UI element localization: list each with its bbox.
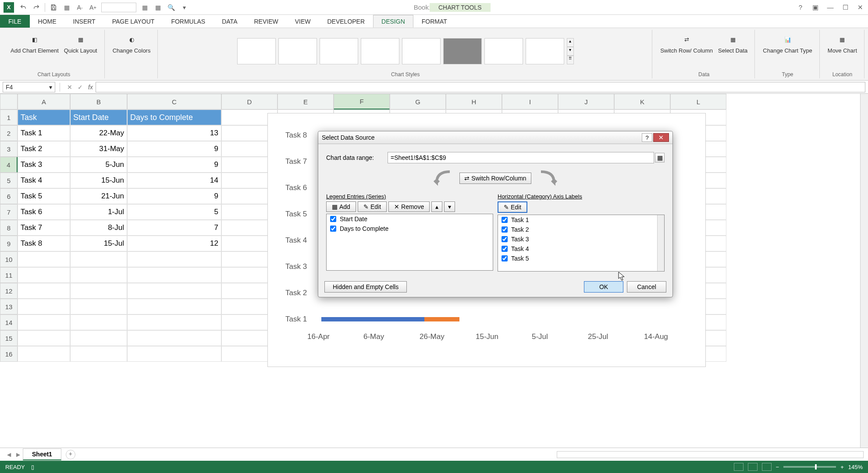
cell[interactable]: 31-May (70, 141, 127, 157)
font-dec-button[interactable]: A- (75, 3, 85, 12)
chart-style-6[interactable] (443, 38, 482, 64)
cell[interactable]: 15-Jul (70, 236, 127, 251)
move-series-down-button[interactable]: ▾ (444, 201, 455, 212)
name-box[interactable]: F4▾ (3, 82, 55, 92)
qat-icon-4[interactable]: ▾ (179, 3, 189, 12)
row-header[interactable]: 3 (0, 141, 18, 157)
edit-categories-button[interactable]: ✎ Edit (498, 201, 527, 213)
styles-scroll-up[interactable]: ▴ (567, 38, 574, 47)
cell[interactable]: 14 (127, 173, 221, 188)
cell[interactable]: 5 (127, 204, 221, 220)
cell[interactable]: 5-Jun (70, 157, 127, 173)
row-header[interactable]: 5 (0, 173, 18, 188)
tab-view[interactable]: VIEW (287, 15, 319, 28)
cell[interactable] (18, 283, 70, 299)
fx-icon[interactable]: fx (88, 84, 93, 91)
vertical-scrollbar[interactable] (860, 94, 868, 448)
cancel-button[interactable]: Cancel (627, 281, 666, 293)
column-header[interactable]: D (221, 94, 277, 109)
chart-style-3[interactable] (320, 38, 358, 64)
cell[interactable] (127, 314, 221, 330)
cell[interactable]: 12 (127, 236, 221, 251)
tab-design[interactable]: DESIGN (373, 15, 413, 28)
minimize-icon[interactable]: — (826, 4, 835, 11)
column-header[interactable]: L (670, 94, 726, 109)
chart-style-1[interactable] (237, 38, 276, 64)
column-header[interactable]: H (446, 94, 502, 109)
cell[interactable]: 22-May (70, 125, 127, 141)
row-header[interactable]: 8 (0, 220, 18, 236)
chart-style-5[interactable] (402, 38, 441, 64)
help-icon[interactable]: ? (796, 4, 805, 11)
column-header[interactable]: E (277, 94, 334, 109)
cell[interactable]: 21-Jun (70, 188, 127, 204)
cell[interactable] (70, 283, 127, 299)
row-header[interactable]: 6 (0, 188, 18, 204)
cell[interactable] (70, 330, 127, 346)
cell[interactable]: Task 5 (18, 188, 70, 204)
ribbon-display-icon[interactable]: ▣ (811, 4, 820, 11)
cell[interactable] (127, 267, 221, 283)
cell[interactable]: Task 7 (18, 220, 70, 236)
edit-series-button[interactable]: ✎ Edit (358, 201, 387, 212)
row-header[interactable]: 11 (0, 267, 18, 283)
qat-button[interactable]: ▦ (62, 3, 71, 12)
tab-home[interactable]: HOME (30, 15, 65, 28)
column-header[interactable]: G (390, 94, 446, 109)
ok-button[interactable]: OK (584, 281, 623, 293)
tab-formulas[interactable]: FORMULAS (163, 15, 213, 28)
tab-file[interactable]: FILE (0, 15, 30, 28)
cell[interactable] (127, 251, 221, 267)
tab-data[interactable]: DATA (213, 15, 245, 28)
cell[interactable] (70, 346, 127, 362)
cell[interactable] (127, 299, 221, 314)
tab-developer[interactable]: DEVELOPER (319, 15, 373, 28)
column-header[interactable]: F (334, 94, 390, 109)
macro-record-icon[interactable]: ▯ (31, 464, 34, 470)
cell[interactable]: 9 (127, 141, 221, 157)
row-header[interactable]: 13 (0, 299, 18, 314)
row-header[interactable]: 4 (0, 157, 18, 173)
remove-series-button[interactable]: ✕ Remove (388, 201, 430, 212)
undo-button[interactable] (18, 3, 28, 12)
cell[interactable] (18, 251, 70, 267)
zoom-out-button[interactable]: − (776, 464, 779, 470)
tab-format[interactable]: FORMAT (413, 15, 455, 28)
cell[interactable] (18, 299, 70, 314)
cell[interactable]: Task 4 (18, 173, 70, 188)
cell[interactable]: 1-Jul (70, 204, 127, 220)
change-chart-type-button[interactable]: 📊Change Chart Type (760, 31, 815, 56)
hidden-empty-cells-button[interactable]: Hidden and Empty Cells (324, 281, 407, 293)
redo-button[interactable] (32, 3, 41, 12)
dialog-close-button[interactable]: ✕ (653, 133, 669, 142)
close-icon[interactable]: ✕ (856, 4, 864, 11)
row-header[interactable]: 7 (0, 204, 18, 220)
row-header[interactable]: 2 (0, 125, 18, 141)
chart-style-7[interactable] (484, 38, 523, 64)
cell[interactable] (70, 299, 127, 314)
chart-style-8[interactable] (526, 38, 564, 64)
tab-insert[interactable]: INSERT (65, 15, 104, 28)
add-series-button[interactable]: ▦ Add (326, 201, 356, 212)
cell[interactable] (127, 346, 221, 362)
qat-dropdown[interactable] (101, 3, 136, 12)
cell[interactable]: Task 2 (18, 141, 70, 157)
column-header[interactable]: I (502, 94, 558, 109)
quick-layout-button[interactable]: ▦Quick Layout (61, 31, 100, 56)
cell[interactable]: Task 8 (18, 236, 70, 251)
row-header[interactable]: 14 (0, 314, 18, 330)
qat-icon-1[interactable]: ▦ (140, 3, 149, 12)
select-data-button[interactable]: ▦Select Data (715, 31, 750, 56)
add-chart-element-button[interactable]: ◧Add Chart Element (8, 31, 61, 56)
row-header[interactable]: 1 (0, 109, 18, 125)
change-colors-button[interactable]: ◐Change Colors (110, 31, 153, 56)
cell[interactable] (18, 330, 70, 346)
page-break-view-button[interactable] (762, 463, 772, 471)
cell[interactable] (70, 267, 127, 283)
row-header[interactable]: 12 (0, 283, 18, 299)
cell[interactable]: Start Date (70, 109, 127, 125)
categories-listbox[interactable]: Task 1 Task 2 Task 3 Task 4 Task 5 (498, 215, 665, 272)
cell[interactable]: Task 3 (18, 157, 70, 173)
move-chart-button[interactable]: ▦Move Chart (825, 31, 860, 56)
column-header[interactable]: B (70, 94, 127, 109)
